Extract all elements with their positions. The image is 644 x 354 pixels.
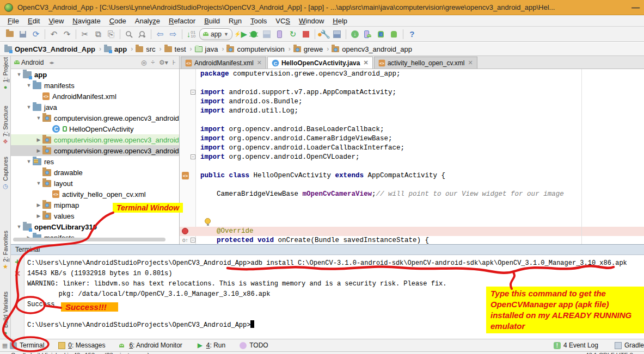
tree-item-opencvlibrary310[interactable]: ▼openCVLibrary310 xyxy=(11,221,179,232)
close-icon[interactable]: ✕ xyxy=(363,59,368,66)
menu-item-analyze[interactable]: Analyze xyxy=(131,16,164,26)
menu-item-help[interactable]: Help xyxy=(328,16,352,26)
intention-bulb-icon[interactable] xyxy=(205,218,211,224)
save-all-icon[interactable] xyxy=(16,28,29,40)
sync-icon[interactable]: ⟳ xyxy=(29,28,42,40)
attach-debugger-icon[interactable] xyxy=(273,28,286,40)
project-structure-icon[interactable] xyxy=(330,28,344,40)
chevron-down-icon[interactable]: ▼ xyxy=(15,72,23,77)
locate-icon[interactable]: ◎ xyxy=(141,59,146,66)
close-icon[interactable]: ✕ xyxy=(257,59,262,66)
sdk-manager-icon[interactable]: ↓ xyxy=(348,28,361,40)
debug-icon[interactable] xyxy=(247,28,260,40)
back-icon[interactable]: ⇦ xyxy=(154,28,167,40)
menu-item-refactor[interactable]: Refactor xyxy=(164,16,200,26)
breakpoint-icon[interactable] xyxy=(182,228,188,234)
menu-item-code[interactable]: Code xyxy=(105,16,131,26)
chevron-down-icon[interactable]: ▼ xyxy=(25,159,33,164)
menu-item-file[interactable]: File xyxy=(3,16,23,26)
avd-manager-icon[interactable] xyxy=(361,28,375,40)
tree-item-computervision-grewe-opencv3-android[interactable]: ▶computervision.grewe.opencv3_android xyxy=(11,145,179,156)
minimize-button[interactable]: — xyxy=(631,3,640,12)
chevron-down-icon[interactable]: ▼ xyxy=(25,83,33,88)
chevron-right-icon[interactable]: ▶ xyxy=(35,202,42,208)
rerun-icon[interactable]: ↻ xyxy=(286,28,299,40)
hotswap-icon[interactable]: ↓0110 xyxy=(185,28,198,40)
breadcrumb-item-java[interactable]: java xyxy=(195,45,218,53)
undo-icon[interactable]: ↶ xyxy=(47,28,60,40)
menu-item-edit[interactable]: Edit xyxy=(23,16,44,26)
gear-icon[interactable]: ⚙▾ xyxy=(159,59,168,66)
help-icon[interactable]: ? xyxy=(406,28,419,40)
open-file-icon[interactable] xyxy=(3,28,16,40)
chevron-right-icon[interactable]: ▶ xyxy=(35,137,42,142)
toolwindow-tab-event-log[interactable]: !4 Event Log xyxy=(554,341,598,349)
new-session-icon[interactable]: + xyxy=(15,258,20,266)
related-xml-file-icon[interactable]: <> xyxy=(182,172,189,179)
toolwindow-tab-gradle[interactable]: Gradle xyxy=(615,341,644,349)
menu-item-view[interactable]: View xyxy=(44,16,68,26)
settings-wrench-icon[interactable]: ●🔧 xyxy=(317,28,330,40)
close-session-icon[interactable]: ✕ xyxy=(14,270,21,277)
menu-item-run[interactable]: Run xyxy=(224,16,246,26)
hide-panel-icon[interactable]: ⊦ xyxy=(173,59,176,66)
menu-item-tools[interactable]: Tools xyxy=(246,16,271,26)
chevron-down-icon[interactable]: ▼ xyxy=(25,104,33,110)
find-usages-icon[interactable] xyxy=(136,28,149,40)
menu-item-build[interactable]: Build xyxy=(200,16,224,26)
toolwindow-tab-terminal[interactable]: Terminal xyxy=(10,341,44,349)
breadcrumb-item-computervision[interactable]: computervision xyxy=(226,45,284,53)
run-icon[interactable]: ⚡▶ xyxy=(234,28,247,40)
override-method-icon[interactable]: o↑ xyxy=(182,237,188,243)
tree-item-computervision-grewe-opencv3-android[interactable]: ▶computervision.grewe.opencv3_android xyxy=(11,134,179,145)
chevron-down-icon[interactable]: ▼ xyxy=(35,115,42,121)
menu-item-navigate[interactable]: Navigate xyxy=(68,16,105,26)
copy-icon[interactable]: ⧉ xyxy=(91,28,105,40)
toolwindow-tab-todo[interactable]: TODO xyxy=(240,341,268,349)
tree-item-layout[interactable]: ▼layout xyxy=(11,178,179,189)
project-view-selector[interactable]: Android xyxy=(21,59,44,66)
chevron-down-icon[interactable]: ▼ xyxy=(35,181,42,186)
forward-icon[interactable]: ⇨ xyxy=(167,28,180,40)
run-config-dropdown[interactable]: app ▼ xyxy=(199,28,232,40)
sidebar-item---favorites[interactable]: 2: Favorites★ xyxy=(0,231,11,275)
tab-helloopencvactivity-java[interactable]: CHelloOpenCvActivity.java✕ xyxy=(267,57,373,69)
sidebar-item---project[interactable]: 1: Project● xyxy=(0,57,11,100)
breadcrumb-item-opencv3_android_app[interactable]: opencv3_android_app xyxy=(332,45,412,53)
sidebar-item-captures[interactable]: Captures◷ xyxy=(0,157,11,195)
toolwindow-tab-run[interactable]: ▶4: Run xyxy=(197,341,225,349)
chevron-right-icon[interactable]: ▶ xyxy=(35,213,42,219)
splitter-icon[interactable]: ◂▸ xyxy=(49,60,54,65)
sidebar-item---structure[interactable]: 7: Structure❖ xyxy=(0,105,11,153)
find-icon[interactable] xyxy=(122,28,136,40)
cut-icon[interactable]: ✂ xyxy=(78,28,91,40)
redo-icon[interactable]: ↷ xyxy=(60,28,73,40)
android-device-monitor-icon[interactable] xyxy=(388,28,401,40)
breadcrumb-item-src[interactable]: src xyxy=(136,45,155,53)
coverage-icon[interactable] xyxy=(260,28,273,40)
tree-item-manifests[interactable]: ▼manifests xyxy=(11,80,179,91)
breadcrumb-item-test[interactable]: test xyxy=(164,45,186,53)
menu-item-vcs[interactable]: VCS xyxy=(271,16,295,26)
toolwindow-tab-android-monitor[interactable]: 6: Android Monitor xyxy=(119,341,182,349)
tree-item-activity-hello-open-cv-xml[interactable]: <>activity_hello_open_cv.xml xyxy=(11,189,179,200)
tree-item-drawable[interactable]: drawable xyxy=(11,167,179,178)
toolwindow-tab-messages[interactable]: 0: Messages xyxy=(58,341,105,349)
fold-marker-icon[interactable]: − xyxy=(191,238,195,243)
collapse-all-icon[interactable]: ÷ xyxy=(151,59,155,66)
tree-item-androidmanifest-xml[interactable]: <>AndroidManifest.xml xyxy=(11,91,179,102)
tree-item-app[interactable]: ▼app xyxy=(11,69,179,80)
fold-marker-icon[interactable]: − xyxy=(191,154,195,159)
tree-item-res[interactable]: ▼res xyxy=(11,156,179,167)
close-icon[interactable]: ✕ xyxy=(468,59,473,66)
breadcrumb-item-grewe[interactable]: grewe xyxy=(293,45,323,53)
breadcrumb-item-opencv3_android_app[interactable]: OpenCV3_Android_App xyxy=(4,45,95,53)
stop-icon[interactable] xyxy=(299,28,312,40)
fold-marker-icon[interactable]: − xyxy=(191,90,195,95)
tree-item-computervision-grewe-opencv3-android[interactable]: ▼computervision.grewe.opencv3_android xyxy=(11,113,179,123)
tree-horizontal-scrollbar[interactable] xyxy=(13,238,165,241)
tab-androidmanifest-xml[interactable]: <>AndroidManifest.xml✕ xyxy=(181,57,266,69)
sidebar-item-build-variants[interactable]: Build Variants● xyxy=(0,291,11,343)
android-download-icon[interactable]: ↓ xyxy=(375,28,388,40)
tab-activity-hello-open-cv-xml[interactable]: <>activity_hello_open_cv.xml✕ xyxy=(374,57,477,69)
